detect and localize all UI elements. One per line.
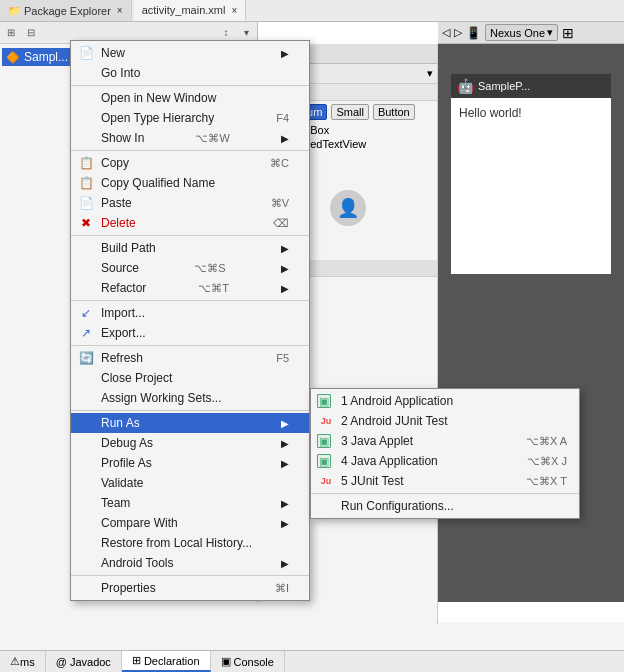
menu-debug-as[interactable]: Debug As ▶ (71, 433, 309, 453)
junit-test-icon: Ju (317, 472, 335, 490)
menu-profile-as-label: Profile As (101, 456, 152, 470)
menu-android-tools-label: Android Tools (101, 556, 174, 570)
sample-project-icon: 🔶 (6, 51, 20, 64)
team-arrow-icon: ▶ (281, 498, 289, 509)
separator-3 (71, 235, 309, 236)
menu-restore-local-label: Restore from Local History... (101, 536, 252, 550)
submenu-android-junit[interactable]: Ju 2 Android JUnit Test (311, 411, 579, 431)
menu-close-project[interactable]: Close Project (71, 368, 309, 388)
junit-test-shortcut: ⌥⌘X T (526, 475, 567, 488)
menu-properties[interactable]: Properties ⌘I (71, 578, 309, 598)
new-arrow-icon: ▶ (281, 48, 289, 59)
menu-open-new-window-label: Open in New Window (101, 91, 216, 105)
package-explorer-close[interactable]: × (117, 5, 123, 16)
menu-paste[interactable]: 📄 Paste ⌘V (71, 193, 309, 213)
menu-show-in[interactable]: Show In ⌥⌘W ▶ (71, 128, 309, 148)
profile-as-arrow-icon: ▶ (281, 458, 289, 469)
submenu-junit-test[interactable]: Ju 5 JUnit Test ⌥⌘X T (311, 471, 579, 491)
bottom-tab-declaration[interactable]: ⊞ Declaration (122, 651, 211, 672)
menu-android-tools[interactable]: Android Tools ▶ (71, 553, 309, 573)
link-editor-btn[interactable]: ↕ (217, 24, 235, 42)
submenu-java-application[interactable]: ▣ 4 Java Application ⌥⌘X J (311, 451, 579, 471)
menu-properties-label: Properties (101, 581, 156, 595)
activity-tab-label: activity_main.xml (142, 4, 226, 16)
package-explorer-tab[interactable]: 📁 Package Explorer × (0, 0, 132, 21)
menu-team[interactable]: Team ▶ (71, 493, 309, 513)
palette-dropdown-icon[interactable]: ▾ (427, 67, 433, 80)
paste-icon: 📄 (77, 194, 95, 212)
preview-toolbar: ◁ ▷ 📱 Nexus One ▾ ⊞ (438, 22, 624, 44)
size-small-btn[interactable]: Small (331, 104, 369, 120)
menu-new-label: New (101, 46, 125, 60)
android-tools-arrow-icon: ▶ (281, 558, 289, 569)
submenu-run-configurations[interactable]: Run Configurations... (311, 496, 579, 516)
context-menu: 📄 New ▶ Go Into Open in New Window Open … (70, 40, 310, 601)
menu-refactor-label: Refactor (101, 281, 146, 295)
menu-source[interactable]: Source ⌥⌘S ▶ (71, 258, 309, 278)
refresh-icon: 🔄 (77, 349, 95, 367)
android-logo-icon: 🤖 (457, 78, 474, 94)
new-icon: 📄 (77, 44, 95, 62)
menu-profile-as[interactable]: Profile As ▶ (71, 453, 309, 473)
submenu-java-applet[interactable]: ▣ 3 Java Applet ⌥⌘X A (311, 431, 579, 451)
phone-icon: 📱 (466, 26, 481, 40)
menu-import[interactable]: ↙ Import... (71, 303, 309, 323)
menu-copy-label: Copy (101, 156, 129, 170)
phone-top-bar: 🤖 SampleP... (451, 74, 611, 98)
menu-copy-qualified[interactable]: 📋 Copy Qualified Name (71, 173, 309, 193)
submenu-android-app-label: 1 Android Application (341, 394, 453, 408)
menu-assign-working-sets-label: Assign Working Sets... (101, 391, 222, 405)
delete-shortcut: ⌫ (273, 217, 289, 230)
menu-refresh-label: Refresh (101, 351, 143, 365)
activity-tab-close[interactable]: × (231, 5, 237, 16)
menu-run-as[interactable]: Run As ▶ (71, 413, 309, 433)
bottom-tab-javadoc[interactable]: @ Javadoc (46, 651, 122, 672)
menu-copy[interactable]: 📋 Copy ⌘C (71, 153, 309, 173)
collapse-all-btn[interactable]: ⊞ (2, 24, 20, 42)
source-arrow-icon: ▶ (281, 263, 289, 274)
menu-export[interactable]: ↗ Export... (71, 323, 309, 343)
submenu-android-app[interactable]: ▣ 1 Android Application (311, 391, 579, 411)
view-menu-btn[interactable]: ▾ (237, 24, 255, 42)
menu-compare-with[interactable]: Compare With ▶ (71, 513, 309, 533)
menu-export-label: Export... (101, 326, 146, 340)
menu-assign-working-sets[interactable]: Assign Working Sets... (71, 388, 309, 408)
expand-btn[interactable]: ⊟ (22, 24, 40, 42)
open-type-hierarchy-shortcut: F4 (276, 112, 289, 124)
menu-build-path[interactable]: Build Path ▶ (71, 238, 309, 258)
size-button-btn[interactable]: Button (373, 104, 415, 120)
menu-delete-label: Delete (101, 216, 136, 230)
menu-new[interactable]: 📄 New ▶ (71, 43, 309, 63)
bottom-declaration-label: Declaration (144, 655, 200, 667)
menu-validate[interactable]: Validate (71, 473, 309, 493)
menu-compare-with-label: Compare With (101, 516, 178, 530)
nexus-dropdown-btn[interactable]: Nexus One ▾ (485, 24, 558, 41)
bottom-tab-problems[interactable]: ⚠ ms (0, 651, 46, 672)
more-options-icon[interactable]: ⊞ (562, 25, 574, 41)
menu-delete[interactable]: ✖ Delete ⌫ (71, 213, 309, 233)
package-explorer-label: Package Explorer (24, 5, 111, 17)
run-as-submenu: ▣ 1 Android Application Ju 2 Android JUn… (310, 388, 580, 519)
menu-open-new-window[interactable]: Open in New Window (71, 88, 309, 108)
separator-2 (71, 150, 309, 151)
menu-go-into[interactable]: Go Into (71, 63, 309, 83)
bottom-console-label: Console (234, 656, 274, 668)
menu-refresh[interactable]: 🔄 Refresh F5 (71, 348, 309, 368)
menu-validate-label: Validate (101, 476, 143, 490)
menu-open-type-hierarchy[interactable]: Open Type Hierarchy F4 (71, 108, 309, 128)
hello-world-text: Hello world! (459, 106, 522, 120)
show-in-shortcut: ⌥⌘W (195, 132, 229, 145)
menu-restore-local[interactable]: Restore from Local History... (71, 533, 309, 553)
nexus-dropdown-arrow: ▾ (547, 26, 553, 39)
activity-main-tab[interactable]: activity_main.xml × (134, 0, 247, 21)
menu-source-label: Source (101, 261, 139, 275)
package-explorer-icon: 📁 (8, 5, 20, 16)
delete-icon: ✖ (77, 214, 95, 232)
run-as-arrow-icon: ▶ (281, 418, 289, 429)
refactor-arrow-icon: ▶ (281, 283, 289, 294)
menu-refactor[interactable]: Refactor ⌥⌘T ▶ (71, 278, 309, 298)
java-applet-shortcut: ⌥⌘X A (526, 435, 567, 448)
bottom-tab-console[interactable]: ▣ Console (211, 651, 285, 672)
source-shortcut: ⌥⌘S (194, 262, 225, 275)
nav-back-icon: ◁ (442, 26, 450, 39)
